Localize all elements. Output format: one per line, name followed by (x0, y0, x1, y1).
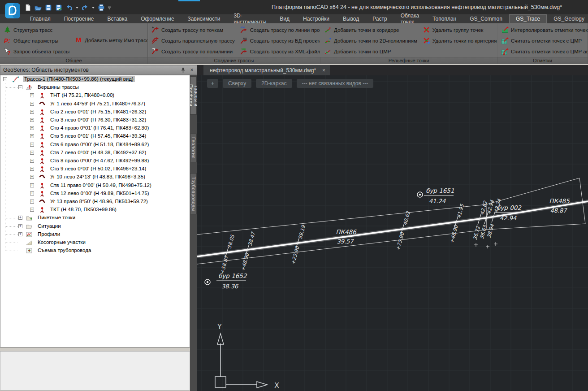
save-icon[interactable] (44, 3, 53, 12)
expand-icon[interactable]: + (30, 191, 34, 196)
tool-palette-header[interactable]: GeoSeries: Область инструментов × (0, 65, 197, 75)
tree-row[interactable]: +ТКТ (Н 48.70, ПК503+99.86) (0, 206, 190, 214)
ribbon-tab-Настройки[interactable]: Настройки (296, 14, 336, 23)
expand-icon[interactable]: + (30, 110, 34, 114)
tree-row[interactable]: −Вершины трассы (0, 83, 190, 91)
tree-item-label[interactable]: Ств 12 лево 0°00' (Н 49.89, ПК501+14.75) (49, 190, 151, 196)
ribbon-button-xml-route[interactable]: XMLСоздать трассу из XML-файла (240, 46, 320, 57)
expand-icon[interactable]: + (30, 200, 34, 204)
tree-row[interactable]: −Трасса-1 (ПК480-ПК503+99.86) (текущий в… (0, 75, 190, 83)
expand-icon[interactable]: + (18, 224, 22, 228)
expand-icon[interactable]: + (30, 102, 34, 106)
tree-item-label[interactable]: Уг 13 право 8°50' (Н 48.96, ПК503+59.72) (49, 198, 149, 204)
ribbon-button-route-points[interactable]: Создать трассу по точкам (151, 25, 235, 35)
tree-row[interactable]: +Ств 2 лево 0°01' (Н 75.15, ПК481+26.32) (0, 108, 190, 116)
expand-icon[interactable]: + (30, 183, 34, 187)
undo-icon[interactable] (65, 3, 74, 12)
tree-row[interactable]: +Профили (0, 230, 190, 239)
tree-row[interactable]: +Ств 12 лево 0°00' (Н 49.89, ПК501+14.75… (0, 190, 190, 198)
tree-row[interactable]: +Ств 7 лево 0°00' (Н 48.38, ПК492+37.62) (0, 149, 190, 157)
expand-icon[interactable]: + (30, 175, 34, 179)
drawing-canvas[interactable]: 38.05+58.8738.47+48.9039.19+23.9040.62+7… (197, 75, 588, 391)
tree-row[interactable]: Косогорные участки (0, 239, 190, 247)
side-tab-geologiya[interactable]: Геология (190, 134, 197, 162)
ribbon-button-add-label[interactable]: MДобавить метку Имя трассы (75, 35, 148, 46)
expand-icon[interactable]: + (18, 216, 22, 220)
ribbon-button-delete-criteria[interactable]: Удалить точки по критериям (423, 35, 497, 46)
tree-row[interactable]: +Ситуации (0, 222, 190, 230)
tree-item-label[interactable]: Ств 11 право 0°00' (Н 50.49, ПК498+75.12… (49, 182, 153, 188)
viewport-add-button[interactable]: + (207, 79, 218, 88)
ribbon-tab-Зависимости[interactable]: Зависимости (181, 14, 227, 23)
tree-row[interactable]: +Уг 13 право 8°50' (Н 48.96, ПК503+59.72… (0, 198, 190, 206)
expand-icon[interactable]: + (30, 134, 34, 138)
document-tab[interactable]: нефтепровод магистральный_530мм.dwg* × (203, 65, 330, 75)
ribbon-button-profile-route[interactable]: Создать трассу по линии профиля (240, 25, 320, 35)
expand-icon[interactable]: + (30, 126, 34, 130)
ribbon-tab-Построение[interactable]: Построение (57, 14, 101, 23)
ribbon-tab-Оформление[interactable]: Оформление (134, 14, 181, 23)
tree-item-label[interactable]: ТКТ (Н 48.70, ПК503+99.86) (49, 206, 118, 213)
tree-row[interactable]: +Ств 4 право 0°01' (Н 76.41, ПК483+62.30… (0, 124, 190, 132)
viewport-view-button[interactable]: Сверху (223, 79, 251, 88)
tree-item-label[interactable]: Ств 2 лево 0°01' (Н 75.15, ПК481+26.32) (49, 109, 147, 115)
tree-row[interactable]: +Ств 11 право 0°00' (Н 50.49, ПК498+75.1… (0, 182, 190, 190)
ribbon-tab-Растр[interactable]: Растр (366, 14, 393, 23)
redo-icon[interactable] (81, 3, 90, 12)
tree-row[interactable]: +Ств 5 лево 0°01' (Н 57.45, ПК484+39.34) (0, 132, 190, 140)
ribbon-tab-GS_Trace[interactable]: GS_Trace (509, 14, 547, 23)
ribbon-tab-Главная[interactable]: Главная (23, 14, 57, 23)
ribbon-tab-GS_Geology[interactable]: GS_Geology (547, 14, 588, 23)
collapse-icon[interactable]: − (18, 85, 22, 89)
tree-row[interactable]: +Ств 9 лево 0°00' (Н 50.02, ПК496+23.14) (0, 165, 190, 173)
tree-item-label[interactable]: Уг 10 лево 24°13' (Н 48.83, ПК498+3.35) (49, 174, 147, 180)
tree-row[interactable]: +Ств 8 право 0°00' (Н 47.62, ПК492+99.88… (0, 157, 190, 165)
ribbon-button-corridor-points[interactable]: Добавить точки в коридоре (324, 25, 417, 35)
tree-row[interactable]: Съемка трубопровода (0, 247, 190, 255)
ribbon-button-read-dem-auto[interactable]: aСчитать отметки точек с ЦМР авто (501, 46, 588, 57)
tree-item-label[interactable]: Ств 4 право 0°01' (Н 76.41, ПК483+62.30) (49, 125, 150, 131)
expand-icon[interactable]: + (30, 118, 34, 122)
tree-item-label[interactable]: Пикетные точки (36, 214, 77, 221)
ribbon-tab-Облака точек[interactable]: Облака точек (394, 14, 426, 23)
ribbon-button-dem-points[interactable]: Добавить точки по ЦМР (324, 46, 417, 57)
tree-item-label[interactable]: Уг 1 лево 44°59' (Н 75.21, ПК480+76.37) (49, 100, 147, 107)
expand-icon[interactable]: + (30, 151, 34, 155)
expand-icon[interactable]: + (30, 93, 34, 97)
ribbon-button-delete-group[interactable]: Удалить группу точек (423, 25, 497, 35)
ribbon-tab-Вставка[interactable]: Вставка (101, 14, 134, 23)
pin-icon[interactable] (180, 66, 186, 74)
expand-icon[interactable]: + (30, 159, 34, 163)
undo-dropdown-icon[interactable] (75, 3, 79, 12)
ribbon-button-general-params[interactable]: P:Общие параметры (4, 35, 69, 46)
tree-item-label[interactable]: Ств 9 лево 0°00' (Н 50.02, ПК496+23.14) (49, 165, 147, 172)
ribbon-button-query-object[interactable]: ?Запрос объекта трассы (4, 46, 69, 57)
save-as-icon[interactable] (54, 3, 63, 12)
viewport-linked-views-button[interactable]: --- нет связанных видов --- (297, 79, 374, 88)
side-tab-trassy-i-profili[interactable]: Трассы и Профили (190, 76, 197, 115)
viewport-visual-style-button[interactable]: 2D-каркас (256, 79, 292, 88)
tree-item-label[interactable]: Трасса-1 (ПК480-ПК503+99.86) (текущий ви… (23, 76, 135, 82)
ribbon-tab-Вид[interactable]: Вид (273, 14, 296, 23)
qat-customize-icon[interactable] (107, 3, 112, 12)
tree-item-label[interactable]: Ств 5 лево 0°01' (Н 57.45, ПК484+39.34) (49, 133, 147, 139)
tree-item-label[interactable]: Вершины трассы (36, 84, 80, 90)
open-icon[interactable] (34, 3, 43, 12)
expand-icon[interactable]: + (18, 232, 22, 236)
tree-item-label[interactable]: ТНТ (Н 75.21, ПК480+0.00) (49, 92, 116, 98)
ribbon-button-polyline2d-points[interactable]: Добавить точки по 2D-полилиниям (324, 35, 417, 46)
tree-row[interactable]: +ТНТ (Н 75.21, ПК480+0.00) (0, 91, 190, 100)
tree-item-label[interactable]: Ств 3 лево 0°00' (Н 76.30, ПК483+31.32) (49, 117, 147, 123)
document-close-icon[interactable]: × (322, 67, 325, 74)
ribbon-tab-Топоплан[interactable]: Топоплан (426, 14, 463, 23)
ribbon-button-read-dem[interactable]: Считать отметки точек с ЦМР (501, 35, 588, 46)
redo-dropdown-icon[interactable] (91, 3, 95, 12)
ribbon-button-interpolate-marks[interactable]: Интерполировать отметки точек (501, 25, 588, 35)
tree-item-label[interactable]: Ств 8 право 0°00' (Н 47.62, ПК492+99.88) (49, 157, 150, 164)
ribbon-tab-3D-инструменты[interactable]: 3D-инструменты (227, 14, 273, 23)
tree-item-label[interactable]: Косогорные участки (36, 239, 87, 245)
tree-row[interactable]: +Пикетные точки (0, 214, 190, 222)
new-file-icon[interactable] (23, 3, 32, 12)
expand-icon[interactable]: + (30, 143, 34, 147)
ribbon-button-db-route[interactable]: БДСоздать трассу из БД проекта (240, 35, 320, 46)
